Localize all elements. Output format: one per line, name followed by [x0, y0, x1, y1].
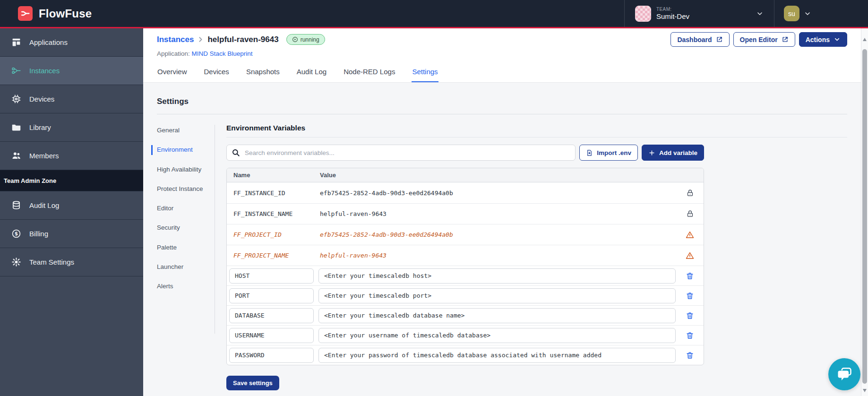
- save-settings-button[interactable]: Save settings: [226, 376, 279, 390]
- import-env-button[interactable]: Import .env: [579, 145, 638, 161]
- table-row-deprecated: FF_PROJECT_ID efb75425-2852-4adb-90d3-ee…: [227, 224, 704, 245]
- table-row: FF_INSTANCE_ID efb75425-2852-4adb-90d3-e…: [227, 182, 704, 203]
- scrollbar[interactable]: [861, 28, 868, 396]
- subnav-alerts[interactable]: Alerts: [157, 282, 215, 291]
- env-var-name: FF_INSTANCE_NAME: [227, 210, 320, 217]
- devices-icon: [11, 94, 21, 104]
- settings-page-title: Settings: [157, 97, 847, 114]
- play-circle-icon: [292, 36, 298, 43]
- chat-widget-button[interactable]: [828, 358, 860, 390]
- user-menu[interactable]: su: [774, 6, 811, 21]
- dashboard-button[interactable]: Dashboard: [670, 32, 729, 47]
- topbar-right: TEAM: Sumit-Dev su: [624, 0, 868, 27]
- tab-audit-log[interactable]: Audit Log: [296, 65, 327, 82]
- scrollbar-thumb[interactable]: [862, 49, 867, 384]
- env-var-name-input[interactable]: [229, 328, 314, 343]
- topbar: FlowFuse TEAM: Sumit-Dev su: [0, 0, 868, 27]
- instances-icon: [11, 66, 21, 76]
- sidebar-item-label: Applications: [29, 38, 68, 46]
- env-variables-table: Name Value FF_INSTANCE_ID efb75425-2852-…: [226, 168, 704, 365]
- search-input[interactable]: [226, 145, 576, 161]
- subnav-general[interactable]: General: [157, 126, 215, 135]
- add-variable-button[interactable]: Add variable: [642, 145, 704, 161]
- env-var-value-input[interactable]: [318, 348, 676, 363]
- breadcrumb-instances-link[interactable]: Instances: [157, 35, 194, 44]
- subnav-high-availability[interactable]: High Availability: [157, 165, 215, 174]
- scroll-down-arrow-icon[interactable]: [863, 389, 867, 392]
- import-file-icon: [586, 149, 593, 156]
- lock-icon: [686, 189, 694, 197]
- plus-icon: [648, 149, 655, 156]
- application-link[interactable]: MIND Stack Blueprint: [192, 50, 253, 57]
- sidebar-item-library[interactable]: Library: [0, 113, 143, 142]
- sidebar-filler: [0, 276, 143, 396]
- actions-button[interactable]: Actions: [799, 32, 847, 47]
- dashboard-button-label: Dashboard: [677, 36, 712, 43]
- tab-settings[interactable]: Settings: [412, 65, 438, 82]
- env-var-value-input[interactable]: [318, 268, 676, 284]
- env-var-name-input[interactable]: [229, 308, 314, 323]
- sidebar-item-label: Team Settings: [29, 258, 74, 266]
- env-var-value-input[interactable]: [318, 328, 676, 343]
- flowfuse-logo-icon: [18, 6, 33, 21]
- open-editor-button[interactable]: Open Editor: [733, 32, 795, 47]
- sidebar: Applications Instances Devices Library M…: [0, 28, 143, 396]
- sidebar-item-billing[interactable]: $ Billing: [0, 220, 143, 248]
- env-var-value-input[interactable]: [318, 288, 676, 303]
- env-var-name: FF_INSTANCE_ID: [227, 189, 320, 197]
- subnav-launcher[interactable]: Launcher: [157, 262, 215, 272]
- subnav-protect-instance[interactable]: Protect Instance: [157, 184, 215, 194]
- trash-icon[interactable]: [686, 351, 694, 360]
- env-var-name-input[interactable]: [229, 268, 314, 284]
- scroll-up-arrow-icon[interactable]: [863, 38, 867, 41]
- tab-overview[interactable]: Overview: [157, 65, 188, 82]
- tab-devices[interactable]: Devices: [204, 65, 230, 82]
- chevron-right-icon: [197, 35, 205, 43]
- user-avatar: su: [784, 6, 799, 21]
- sidebar-item-members[interactable]: Members: [0, 142, 143, 170]
- env-var-value: helpful-raven-9643: [320, 210, 676, 217]
- sidebar-item-instances[interactable]: Instances: [0, 57, 143, 85]
- warning-triangle-icon: [686, 231, 694, 239]
- env-var-name: FF_PROJECT_NAME: [227, 252, 320, 259]
- trash-icon[interactable]: [686, 331, 694, 340]
- table-row-editable: [227, 266, 704, 285]
- chat-bubbles-icon: [836, 366, 853, 383]
- env-var-name-input[interactable]: [229, 288, 314, 303]
- sidebar-item-applications[interactable]: Applications: [0, 28, 143, 57]
- sidebar-item-audit-log[interactable]: Audit Log: [0, 191, 143, 220]
- sidebar-item-devices[interactable]: Devices: [0, 85, 143, 113]
- settings-area: Settings General Environment High Availa…: [143, 83, 861, 396]
- tab-node-red-logs[interactable]: Node-RED Logs: [343, 65, 395, 82]
- sidebar-item-label: Library: [29, 123, 51, 131]
- tab-snapshots[interactable]: Snapshots: [246, 65, 280, 82]
- environment-variables-title: Environment Variables: [226, 124, 847, 138]
- status-badge-label: running: [301, 36, 319, 43]
- env-var-name-input[interactable]: [229, 348, 314, 363]
- trash-icon[interactable]: [686, 272, 694, 280]
- svg-text:$: $: [15, 231, 18, 236]
- open-editor-button-label: Open Editor: [740, 36, 778, 43]
- team-selector[interactable]: TEAM: Sumit-Dev: [624, 0, 774, 27]
- sidebar-item-team-settings[interactable]: Team Settings: [0, 248, 143, 276]
- trash-icon[interactable]: [686, 311, 694, 320]
- members-icon: [11, 151, 21, 161]
- trash-icon[interactable]: [686, 292, 694, 300]
- subnav-editor[interactable]: Editor: [157, 204, 215, 213]
- team-label: TEAM:: [656, 7, 689, 12]
- subnav-security[interactable]: Security: [157, 223, 215, 232]
- instance-name: helpful-raven-9643: [207, 35, 278, 44]
- subnav-palette[interactable]: Palette: [157, 243, 215, 252]
- env-var-value: efb75425-2852-4adb-90d3-ee0d26494a0b: [320, 189, 676, 197]
- brand[interactable]: FlowFuse: [18, 6, 92, 21]
- table-row-editable: [227, 285, 704, 305]
- env-var-value-input[interactable]: [318, 308, 676, 323]
- subnav-environment[interactable]: Environment: [151, 145, 215, 155]
- brand-name: FlowFuse: [39, 7, 92, 20]
- search-icon: [232, 148, 240, 157]
- gear-icon: [11, 257, 21, 267]
- column-header-value: Value: [320, 172, 676, 179]
- environment-panel: Environment Variables Import .env: [215, 119, 847, 390]
- flowfuse-app: FlowFuse TEAM: Sumit-Dev su Application: [0, 0, 868, 396]
- team-admin-zone-label: Team Admin Zone: [0, 170, 143, 191]
